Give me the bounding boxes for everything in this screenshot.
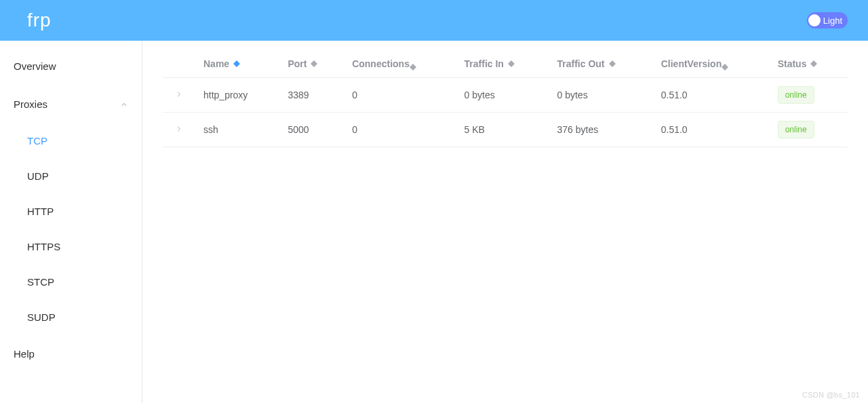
sidebar-submenu-list: TCP UDP HTTP HTTPS STCP SUDP [0,123,142,335]
svg-marker-7 [508,64,515,67]
app-logo: frp [27,9,52,31]
cell-connections: 0 [344,113,456,147]
table-row: http_proxy 3389 0 0 bytes 0 bytes 0.51.0… [163,78,848,113]
col-client-version[interactable]: ClientVersion [653,52,770,78]
cell-traffic-in: 5 KB [456,113,549,147]
sort-icon[interactable] [410,64,416,71]
proxies-table: Name Port Connections Traffic In Traffic… [163,52,848,147]
cell-traffic-out: 376 bytes [549,113,653,147]
main-content: Name Port Connections Traffic In Traffic… [142,41,868,403]
cell-connections: 0 [344,78,456,113]
table-body: http_proxy 3389 0 0 bytes 0 bytes 0.51.0… [163,78,848,147]
sidebar-submenu-label: Proxies [14,85,47,123]
col-status[interactable]: Status [770,52,848,78]
cell-client-version: 0.51.0 [653,113,770,147]
svg-marker-11 [722,67,728,71]
status-badge: online [778,121,814,138]
cell-status: online [770,113,848,147]
sidebar-item-overview[interactable]: Overview [0,47,142,85]
theme-toggle[interactable]: Light [807,12,848,28]
col-expand [163,52,195,78]
svg-marker-13 [810,64,817,67]
cell-port: 5000 [279,113,344,147]
sidebar-item-udp[interactable]: UDP [0,159,142,194]
table-row: ssh 5000 0 5 KB 376 bytes 0.51.0 online [163,113,848,147]
sidebar-item-http[interactable]: HTTP [0,194,142,229]
watermark-text: CSDN @bs_101 [802,391,860,399]
sidebar: Overview Proxies TCP UDP HTTP HTTPS STCP… [0,41,142,403]
sidebar-item-sudp[interactable]: SUDP [0,300,142,335]
toggle-knob [808,14,821,26]
sidebar-item-stcp[interactable]: STCP [0,265,142,300]
col-traffic-in[interactable]: Traffic In [456,52,549,78]
expand-row-icon[interactable] [163,113,195,147]
sort-icon[interactable] [311,60,317,67]
col-port[interactable]: Port [279,52,344,78]
col-traffic-out[interactable]: Traffic Out [549,52,653,78]
cell-traffic-in: 0 bytes [456,78,549,113]
sidebar-item-https[interactable]: HTTPS [0,229,142,265]
sidebar-item-tcp[interactable]: TCP [0,123,142,159]
cell-name: http_proxy [195,78,279,113]
svg-marker-1 [233,64,240,67]
col-connections[interactable]: Connections [344,52,456,78]
svg-marker-9 [609,64,616,67]
chevron-up-icon [120,100,128,109]
cell-name: ssh [195,113,279,147]
svg-marker-3 [311,64,317,67]
sort-icon[interactable] [810,60,817,67]
cell-port: 3389 [279,78,344,113]
cell-traffic-out: 0 bytes [549,78,653,113]
sidebar-item-help[interactable]: Help [0,335,142,373]
svg-marker-5 [410,67,416,71]
sort-icon[interactable] [609,60,616,67]
col-name[interactable]: Name [195,52,279,78]
theme-toggle-label: Light [823,16,842,26]
cell-status: online [770,78,848,113]
sort-icon[interactable] [233,60,240,67]
table-header-row: Name Port Connections Traffic In Traffic… [163,52,848,78]
sort-icon[interactable] [722,64,728,71]
status-badge: online [778,86,814,104]
sort-icon[interactable] [508,60,515,67]
sidebar-submenu-proxies[interactable]: Proxies [0,85,142,123]
app-header: frp Light [0,0,868,41]
expand-row-icon[interactable] [163,78,195,113]
cell-client-version: 0.51.0 [653,78,770,113]
